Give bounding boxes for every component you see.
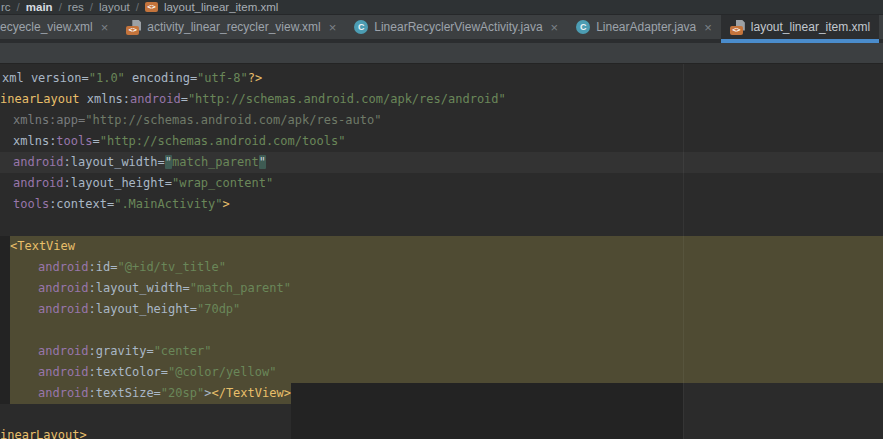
code-token: " — [165, 155, 172, 169]
tab-ecyecle_view.xml[interactable]: ecyecle_view.xml× — [0, 15, 117, 43]
code-token: : — [89, 302, 96, 316]
code-token: layout_width — [71, 155, 158, 169]
code-token: ".MainActivity" — [114, 197, 222, 211]
code-token: android — [13, 155, 64, 169]
code-token: inearLayout — [0, 92, 79, 106]
code-token: android — [38, 302, 89, 316]
code-line-9[interactable]: <TextView — [10, 236, 75, 257]
code-token: = — [181, 92, 188, 106]
code-token: "match_parent" — [190, 281, 291, 295]
breadcrumb-item-rc[interactable]: rc — [1, 1, 11, 13]
code-token: xmlns — [13, 134, 49, 148]
tab-label: layout_linear_item.xml — [751, 20, 870, 34]
code-token: layout_width — [96, 281, 183, 295]
tab-label: LinearRecyclerViewActivity.java — [374, 20, 542, 34]
code-line-12[interactable]: android:layout_height="70dp" — [38, 299, 240, 320]
code-token: textColor — [96, 365, 161, 379]
breadcrumb-separator: / — [17, 1, 20, 13]
code-token: id — [96, 260, 110, 274]
tab-label: ecyecle_view.xml — [0, 20, 93, 34]
code-token: " — [259, 155, 266, 169]
code-line-10[interactable]: android:id="@+id/tv_title" — [38, 257, 226, 278]
code-token: android — [38, 260, 89, 274]
code-line-15[interactable]: android:textColor="@color/yellow" — [38, 362, 276, 383]
java-class-icon: C — [354, 20, 368, 34]
code-token: android — [38, 281, 89, 295]
code-token: "http://schemas.android.com/apk/res/andr… — [188, 92, 506, 106]
breadcrumb-item-main[interactable]: main — [26, 1, 53, 13]
code-token: android — [38, 386, 89, 400]
breadcrumb-item-layout[interactable]: layout — [99, 1, 130, 13]
code-token: layout_height — [96, 302, 190, 316]
code-line-7[interactable]: tools:context=".MainActivity"> — [13, 194, 230, 215]
close-icon[interactable]: × — [551, 21, 559, 34]
code-token — [125, 71, 132, 85]
code-line-3[interactable]: xmlns:app="http://schemas.android.com/ap… — [13, 110, 381, 131]
code-token: </TextView> — [211, 386, 290, 400]
code-token: "http://schemas.android.com/tools" — [100, 134, 346, 148]
breadcrumb: rc/main/res/layout/<>layout_linear_item.… — [0, 0, 883, 15]
close-icon[interactable]: × — [704, 21, 712, 34]
code-token: "@+id/tv_title" — [118, 260, 226, 274]
breadcrumb-item-res[interactable]: res — [68, 1, 84, 13]
tab-LinearRecyclerViewActivity.java[interactable]: CLinearRecyclerViewActivity.java× — [345, 15, 567, 43]
code-token: "wrap_content" — [172, 176, 273, 190]
code-token: : — [89, 386, 96, 400]
code-token — [79, 92, 86, 106]
tab-activity_linear_recycler_view.xml[interactable]: <>activity_linear_recycler_view.xml× — [117, 15, 345, 43]
code-token: xml version — [2, 71, 81, 85]
code-token: : — [89, 260, 96, 274]
code-token: = — [110, 260, 117, 274]
code-line-5[interactable]: android:layout_width="match_parent" — [13, 152, 266, 173]
editor-toolbar-strip — [0, 43, 883, 64]
close-icon[interactable]: × — [101, 21, 109, 34]
code-line-1[interactable]: xml version="1.0" encoding="utf-8"?> — [2, 68, 262, 89]
code-line-2[interactable]: inearLayout xmlns:android="http://schema… — [0, 89, 506, 110]
code-token: gravity — [96, 344, 147, 358]
code-token: "20sp" — [161, 386, 204, 400]
close-icon[interactable]: × — [329, 21, 337, 34]
code-token: = — [154, 386, 161, 400]
code-line-4[interactable]: xmlns:tools="http://schemas.android.com/… — [13, 131, 345, 152]
code-token: context — [56, 197, 107, 211]
code-token: textSize — [96, 386, 154, 400]
code-token: : — [89, 344, 96, 358]
code-token: = — [158, 155, 165, 169]
code-token: "1.0" — [89, 71, 125, 85]
code-token: tools — [13, 197, 49, 211]
breadcrumb-separator: / — [90, 1, 93, 13]
breadcrumb-separator: / — [136, 1, 139, 13]
code-line-16[interactable]: android:textSize="20sp"></TextView> — [38, 383, 291, 404]
code-token: android — [38, 365, 89, 379]
code-lines: xml version="1.0" encoding="utf-8"?>inea… — [0, 64, 883, 439]
code-token: "http://schemas.android.com/apk/res-auto… — [85, 113, 381, 127]
code-token: "70dp" — [197, 302, 240, 316]
code-token: : — [89, 365, 96, 379]
xml-file-icon: <> — [126, 20, 141, 35]
code-editor[interactable]: xml version="1.0" encoding="utf-8"?>inea… — [0, 64, 883, 439]
code-token: android — [38, 344, 89, 358]
code-token: = — [165, 176, 172, 190]
code-token: xmlns — [87, 92, 123, 106]
code-token: : — [64, 176, 71, 190]
code-token: > — [223, 197, 230, 211]
code-token: = — [92, 134, 99, 148]
code-token: = — [161, 365, 168, 379]
code-token: encoding — [132, 71, 190, 85]
tab-LinearAdapter.java[interactable]: CLinearAdapter.java× — [567, 15, 721, 43]
code-token: = — [81, 71, 88, 85]
code-token: android — [13, 176, 64, 190]
code-token: ?> — [248, 71, 262, 85]
tab-label: activity_linear_recycler_view.xml — [147, 20, 320, 34]
breadcrumb-file[interactable]: layout_linear_item.xml — [164, 1, 278, 13]
code-line-11[interactable]: android:layout_width="match_parent" — [38, 278, 291, 299]
code-line-6[interactable]: android:layout_height="wrap_content" — [13, 173, 273, 194]
code-line-18[interactable]: inearLayout> — [0, 425, 87, 439]
code-line-14[interactable]: android:gravity="center" — [38, 341, 211, 362]
code-token: = — [183, 281, 190, 295]
java-class-icon: C — [576, 20, 590, 34]
code-token: = — [146, 344, 153, 358]
code-token: xmlns:app= — [13, 113, 85, 127]
tab-layout_linear_item.xml[interactable]: <>layout_linear_item.xml — [721, 15, 879, 43]
xml-file-icon: <> — [145, 2, 158, 12]
